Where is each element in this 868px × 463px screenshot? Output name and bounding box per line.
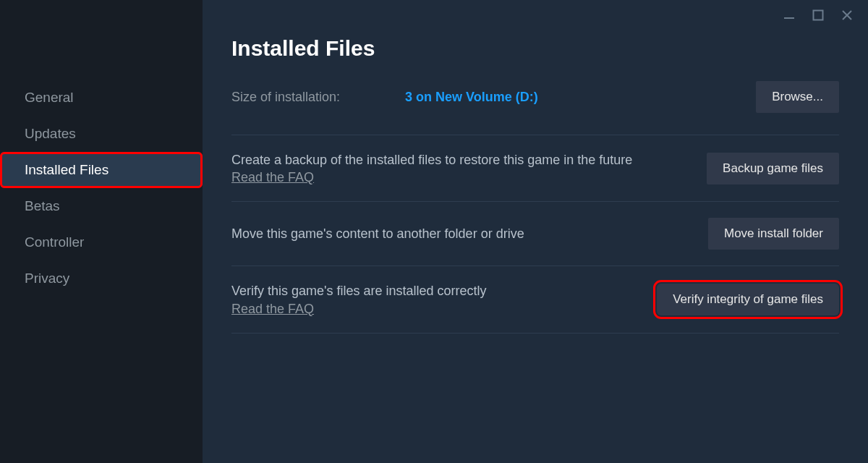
install-location-value: 3 on New Volume (D:)	[405, 90, 756, 105]
move-desc: Move this game's content to another fold…	[231, 225, 524, 242]
sidebar: General Updates Installed Files Betas Co…	[0, 0, 203, 463]
move-row: Move this game's content to another fold…	[231, 201, 839, 266]
close-icon[interactable]	[841, 9, 854, 22]
verify-integrity-button[interactable]: Verify integrity of game files	[657, 284, 839, 315]
verify-desc: Verify this game's files are installed c…	[231, 282, 487, 300]
sidebar-item-privacy[interactable]: Privacy	[0, 260, 203, 297]
sidebar-item-betas[interactable]: Betas	[0, 188, 203, 224]
backup-text: Create a backup of the installed files t…	[231, 151, 632, 185]
backup-faq-link[interactable]: Read the FAQ	[231, 170, 314, 185]
window-controls	[783, 9, 854, 22]
sidebar-item-updates[interactable]: Updates	[0, 116, 203, 152]
main-panel: Installed Files Size of installation: 3 …	[203, 0, 868, 463]
backup-desc: Create a backup of the installed files t…	[231, 151, 632, 169]
install-size-label: Size of installation:	[231, 90, 405, 105]
sidebar-item-controller[interactable]: Controller	[0, 224, 203, 260]
backup-row: Create a backup of the installed files t…	[231, 135, 839, 201]
properties-window: General Updates Installed Files Betas Co…	[0, 0, 868, 463]
verify-text: Verify this game's files are installed c…	[231, 282, 487, 316]
backup-button[interactable]: Backup game files	[707, 153, 839, 184]
verify-row: Verify this game's files are installed c…	[231, 266, 839, 333]
sidebar-item-installed-files[interactable]: Installed Files	[0, 152, 203, 188]
browse-button[interactable]: Browse...	[756, 81, 839, 113]
svg-rect-1	[814, 11, 823, 20]
minimize-icon[interactable]	[783, 9, 796, 22]
move-text: Move this game's content to another fold…	[231, 225, 524, 242]
move-button[interactable]: Move install folder	[708, 218, 839, 250]
maximize-icon[interactable]	[812, 9, 825, 22]
page-title: Installed Files	[231, 36, 839, 61]
sidebar-item-general[interactable]: General	[0, 80, 203, 116]
verify-faq-link[interactable]: Read the FAQ	[231, 302, 314, 317]
install-row: Size of installation: 3 on New Volume (D…	[231, 81, 839, 113]
